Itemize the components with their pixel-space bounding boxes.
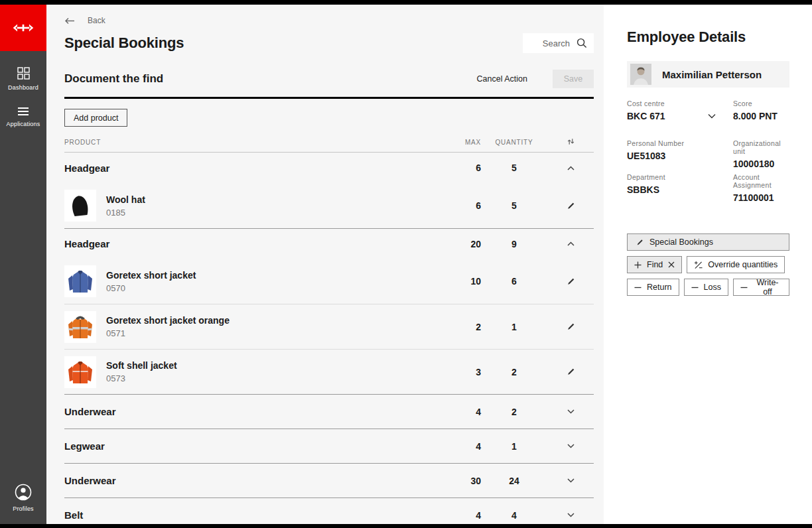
loss-button[interactable]: Loss	[684, 279, 728, 296]
search-icon[interactable]	[576, 38, 587, 48]
field-label: Cost centre	[627, 99, 733, 107]
category-name: Headgear	[64, 163, 109, 174]
chevron-down-icon[interactable]	[567, 513, 575, 517]
category-name: Headgear	[64, 238, 109, 249]
edit-quantity-button[interactable]	[563, 198, 578, 214]
category-name: Underwear	[64, 475, 116, 486]
department-value: SBBKS	[627, 184, 733, 195]
product-row[interactable]: Soft shell jacket 0573 3 2	[64, 349, 594, 394]
product-code: 0570	[106, 283, 196, 293]
field-label: Account Assignment	[733, 173, 789, 189]
max-value: 4	[441, 510, 481, 521]
search-field[interactable]	[530, 38, 570, 48]
max-value: 4	[441, 441, 481, 452]
back-label: Back	[88, 16, 105, 25]
field-label: Personal Number	[627, 139, 733, 147]
table-header: PRODUCT MAX QUANTITY	[64, 137, 594, 153]
max-value: 3	[441, 367, 481, 377]
category-row[interactable]: Underwear 4 2	[64, 394, 594, 429]
category-name: Legwear	[64, 440, 105, 452]
back-button[interactable]: Back	[64, 15, 594, 27]
chevron-down-icon[interactable]	[567, 444, 575, 448]
chevron-down-icon[interactable]	[567, 409, 575, 414]
max-value: 6	[441, 163, 481, 173]
override-quantities-button[interactable]: Override quantities	[687, 256, 785, 273]
save-button[interactable]: Save	[553, 70, 594, 88]
search-input[interactable]	[523, 33, 594, 53]
product-row[interactable]: Goretex short jacket orange 0571 2 1	[64, 304, 594, 349]
sidebar-item-applications[interactable]: Applications	[7, 107, 40, 127]
edit-quantity-button[interactable]	[563, 319, 578, 334]
chevron-up-icon[interactable]	[567, 241, 575, 246]
edit-pencil-icon	[566, 277, 576, 287]
window-top-bar	[0, 0, 812, 5]
max-value: 10	[441, 276, 481, 287]
minus-icon	[740, 287, 748, 289]
field-personal-number: Personal Number UE51083	[627, 139, 733, 169]
sidebar-item-label: Dashboard	[8, 84, 38, 91]
field-label: Organizational unit	[733, 139, 789, 155]
quantity-value: 4	[481, 510, 547, 521]
write-off-button[interactable]: Write-off	[733, 279, 789, 296]
sort-icon[interactable]	[567, 137, 575, 146]
cancel-action-button[interactable]: Cancel Action	[477, 74, 527, 84]
employee-details-panel: Employee Details Maximilian Petterson Co…	[604, 5, 812, 524]
field-org-unit: Organizational unit 10000180	[733, 139, 789, 169]
product-image-hivis-jacket	[64, 311, 96, 343]
max-value: 2	[441, 322, 481, 332]
sidebar-item-profiles[interactable]: Profiles	[13, 484, 34, 512]
window-bottom-bar	[0, 524, 812, 528]
column-quantity: QUANTITY	[481, 139, 547, 146]
panel-title: Employee Details	[627, 29, 789, 46]
account-assignment-value: 71100001	[733, 192, 789, 203]
category-name: Belt	[64, 509, 83, 521]
cost-centre-dropdown-chevron-icon[interactable]	[708, 113, 716, 119]
max-value: 4	[441, 407, 481, 417]
field-score: Score 8.000 PNT	[733, 99, 789, 121]
button-label: Find	[647, 260, 663, 269]
product-code: 0573	[106, 373, 177, 383]
category-row[interactable]: Underwear 30 24	[64, 463, 594, 497]
product-code: 0571	[106, 328, 230, 338]
sidebar: Dashboard Applications Profiles	[0, 5, 46, 524]
column-max: MAX	[441, 139, 481, 146]
sidebar-item-label: Profiles	[13, 505, 34, 512]
quantity-value: 1	[481, 322, 547, 332]
product-image-wool-hat	[64, 190, 96, 222]
quantity-value: 6	[481, 276, 547, 287]
find-button[interactable]: Find	[627, 256, 682, 273]
category-row[interactable]: Legwear 4 1	[64, 429, 594, 463]
category-row[interactable]: Headgear 20 9	[64, 228, 594, 259]
product-image-softshell-jacket	[64, 356, 96, 388]
chevron-down-icon[interactable]	[567, 478, 575, 483]
special-bookings-button[interactable]: Special Bookings	[627, 233, 789, 251]
sidebar-item-dashboard[interactable]: Dashboard	[8, 67, 38, 91]
return-button[interactable]: Return	[627, 279, 679, 296]
personal-number-value: UE51083	[627, 151, 733, 161]
edit-quantity-button[interactable]	[563, 364, 578, 379]
column-product: PRODUCT	[64, 139, 441, 146]
product-name: Goretex short jacket	[106, 270, 196, 281]
category-row[interactable]: Headgear 6 5	[64, 153, 594, 183]
sbb-logo[interactable]	[0, 5, 46, 51]
product-row[interactable]: Goretex short jacket 0570 10 6	[64, 259, 594, 304]
product-row[interactable]: Wool hat 0185 6 5	[64, 183, 594, 228]
button-label: Special Bookings	[649, 237, 713, 247]
close-icon[interactable]	[668, 261, 675, 268]
max-value: 30	[441, 476, 481, 486]
edit-quantity-button[interactable]	[563, 274, 578, 289]
max-value: 20	[441, 239, 481, 249]
chevron-up-icon[interactable]	[567, 166, 575, 170]
section-title: Document the find	[64, 72, 477, 86]
edit-pencil-icon	[636, 238, 644, 247]
edit-pencil-icon	[566, 367, 576, 377]
sbb-double-arrow-icon	[12, 24, 34, 32]
cost-centre-value[interactable]: BKC 671	[627, 111, 665, 121]
field-label: Score	[733, 99, 789, 107]
profile-icon	[15, 484, 32, 501]
category-row[interactable]: Belt 4 4	[64, 497, 594, 524]
add-product-button[interactable]: Add product	[64, 109, 127, 127]
applications-menu-icon	[17, 107, 29, 116]
product-name: Wool hat	[106, 194, 145, 205]
dashboard-grid-icon	[17, 67, 30, 80]
